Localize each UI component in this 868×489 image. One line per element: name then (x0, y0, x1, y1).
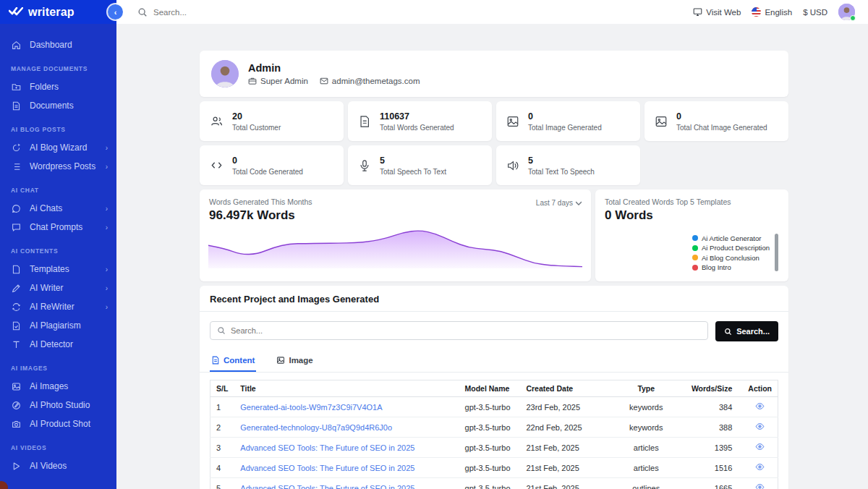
sidebar-section-ai-videos: AI VIDEOS (0, 433, 116, 456)
cell-sl: 5 (210, 478, 235, 489)
cell-action (742, 438, 778, 458)
collapse-sidebar-button[interactable]: ‹ (108, 4, 123, 20)
photo-studio-icon (11, 400, 22, 411)
legend-item[interactable]: Blog Intro (692, 263, 770, 271)
cell-words: 388 (686, 417, 742, 438)
table-search-input[interactable] (231, 326, 701, 335)
legend-item[interactable]: Ai Blog Conclusion (692, 254, 770, 262)
table-row: 3Advanced SEO Tools: The Future of SEO i… (210, 438, 778, 458)
profile-card: Admin Super Admin admin@themetags.com (200, 51, 788, 97)
legend-item[interactable]: Ai Article Generator (692, 234, 770, 242)
sidebar-item-ai-chats[interactable]: Ai Chats › (0, 199, 116, 218)
sidebar-item-chat-prompts[interactable]: Chat Prompts › (0, 218, 116, 237)
sidebar-item-ai-product-shot[interactable]: AI Product Shot (0, 414, 116, 433)
chart-legend: Ai Article Generator Ai Product Descript… (692, 234, 770, 272)
words-generated-chart-card: Words Generated This Months 96.497k Word… (200, 190, 591, 281)
stat-value: 5 (380, 156, 446, 166)
visit-web-link[interactable]: Visit Web (693, 7, 741, 17)
pen-icon (11, 283, 22, 294)
cell-date: 21st Feb, 2025 (520, 438, 606, 458)
stat-total-words: 110637 Total Words Generated (348, 101, 492, 141)
project-title-link[interactable]: Advanced SEO Tools: The Future of SEO in… (240, 464, 414, 472)
area-chart (208, 225, 582, 268)
profile-role: Super Admin (248, 77, 308, 85)
currency-selector[interactable]: $ USD (803, 8, 827, 17)
table-search-box[interactable] (210, 321, 708, 340)
col-sl: S/L (210, 380, 235, 397)
stats-row-1: 20 Total Customer 110637 Total Words Gen… (200, 101, 788, 141)
view-button[interactable] (755, 462, 765, 473)
cell-date: 21st Feb, 2025 (520, 458, 606, 478)
tab-content[interactable]: Content (210, 352, 256, 372)
view-button[interactable] (755, 422, 765, 433)
envelope-icon (320, 77, 328, 85)
chat-bubble-icon (11, 203, 22, 214)
sidebar-item-ai-images[interactable]: Ai Images (0, 377, 116, 396)
legend-dot (692, 265, 698, 271)
cell-sl: 3 (210, 438, 235, 458)
sidebar-item-ai-writer[interactable]: AI Writer › (0, 278, 116, 297)
sidebar-item-ai-detector[interactable]: AI Detector (0, 335, 116, 354)
projects-table: S/L Title Model Name Created Date Type W… (210, 380, 778, 489)
col-title: Title (234, 380, 459, 397)
profile-name: Admin (248, 62, 420, 74)
sidebar-item-label: AI Blog Wizard (30, 143, 87, 153)
sidebar-item-label: Folders (30, 82, 59, 92)
global-search-input[interactable] (153, 8, 693, 17)
text-t-icon (11, 339, 22, 350)
cell-title: Advanced SEO Tools: The Future of SEO in… (234, 438, 459, 458)
list-icon (11, 161, 22, 172)
range-selector[interactable]: Last 7 days (536, 199, 582, 207)
sidebar-item-ai-blog-wizard[interactable]: AI Blog Wizard › (0, 138, 116, 157)
sidebar-item-wordpress-posts[interactable]: Wordpress Posts › (0, 157, 116, 176)
home-icon (11, 40, 22, 51)
sidebar-item-label: Ai Chats (30, 203, 62, 213)
sidebar-item-dashboard[interactable]: Dashboard (0, 35, 116, 54)
sidebar-item-ai-plagiarism[interactable]: AI Plagiarism (0, 316, 116, 335)
content-image-tabs: Content Image (200, 350, 788, 373)
visit-web-label: Visit Web (706, 8, 741, 17)
view-button[interactable] (755, 482, 765, 489)
corner-widget[interactable] (0, 481, 8, 489)
cell-words: 1395 (686, 438, 742, 458)
search-button[interactable]: Search... (715, 321, 778, 341)
sidebar-section-ai-chat: AI CHAT (0, 176, 116, 199)
profile-avatar (211, 60, 239, 88)
chevron-left-icon: ‹ (114, 8, 117, 17)
stat-value: 0 (528, 111, 602, 122)
cell-action (742, 458, 778, 478)
sidebar-item-templates[interactable]: Templates › (0, 260, 116, 278)
sidebar-item-label: AI Product Shot (30, 419, 90, 429)
eye-icon (755, 401, 765, 412)
legend-item[interactable]: Ai Product Description (692, 244, 770, 252)
col-action: Action (742, 380, 778, 397)
tab-image[interactable]: Image (275, 352, 314, 372)
sidebar-item-label: AI Detector (30, 339, 73, 349)
project-title-link[interactable]: Advanced SEO Tools: The Future of SEO in… (240, 443, 414, 452)
col-words: Words/Size (686, 380, 742, 397)
table-row: 1Generated-ai-tools-W9m7z3C9i7V4O1Agpt-3… (210, 397, 778, 417)
sidebar-logo[interactable]: writerap (0, 0, 116, 24)
view-button[interactable] (755, 401, 765, 412)
stat-value: 0 (676, 111, 767, 122)
sidebar-item-folders[interactable]: Folders (0, 77, 116, 96)
project-title-link[interactable]: Advanced SEO Tools: The Future of SEO in… (240, 484, 414, 489)
language-selector[interactable]: English (752, 7, 792, 17)
project-title-link[interactable]: Generated-ai-tools-W9m7z3C9i7V4O1A (240, 403, 382, 412)
file-check-icon (11, 320, 22, 331)
project-title-link[interactable]: Generated-technology-U8q7a9Q9d4R6J0o (240, 423, 392, 432)
legend-scrollbar[interactable] (775, 234, 778, 271)
sidebar-item-documents[interactable]: Documents (0, 96, 116, 115)
currency-label: $ USD (803, 8, 827, 17)
sidebar-item-ai-rewriter[interactable]: AI ReWriter › (0, 297, 116, 316)
cell-title: Generated-ai-tools-W9m7z3C9i7V4O1A (234, 397, 459, 417)
view-button[interactable] (755, 442, 765, 453)
app-name: writerap (28, 6, 75, 19)
sidebar-item-label: Chat Prompts (30, 222, 82, 232)
global-search[interactable] (137, 7, 693, 17)
sidebar-item-ai-photo-studio[interactable]: AI Photo Studio (0, 396, 116, 414)
user-avatar[interactable] (838, 4, 855, 20)
repeat-icon (11, 302, 22, 312)
sidebar-item-ai-videos[interactable]: AI Videos (0, 456, 116, 475)
cell-sl: 2 (210, 417, 235, 438)
